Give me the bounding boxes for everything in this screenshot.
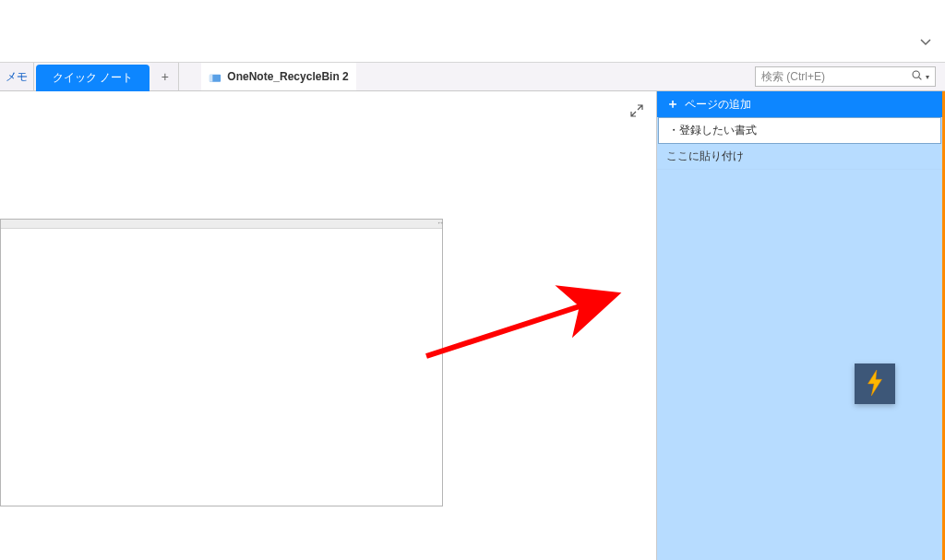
note-container[interactable]: ↔ xyxy=(0,219,443,506)
svg-line-4 xyxy=(426,296,611,356)
chevron-down-icon[interactable] xyxy=(919,37,932,50)
lightning-icon xyxy=(864,370,886,399)
svg-line-3 xyxy=(919,77,922,80)
note-container-header[interactable]: ↔ xyxy=(1,220,442,229)
tab-label: クイック ノート xyxy=(53,70,133,86)
svg-point-2 xyxy=(913,71,919,77)
resize-handle-icon[interactable]: ↔ xyxy=(437,219,443,227)
annotation-arrow-icon xyxy=(417,282,639,375)
search-input[interactable]: 検索 (Ctrl+E) ▾ xyxy=(755,66,936,87)
search-dropdown-icon[interactable]: ▾ xyxy=(926,73,929,81)
tab-add-button[interactable]: + xyxy=(151,63,179,90)
add-page-button[interactable]: ＋ ページの追加 xyxy=(657,91,942,117)
tab-memo[interactable]: メモ xyxy=(0,63,34,90)
lightning-button[interactable] xyxy=(855,363,895,404)
tab-label: メモ xyxy=(6,69,28,85)
tab-quick-notes[interactable]: クイック ノート xyxy=(36,65,150,91)
plus-icon: ＋ xyxy=(666,96,679,113)
section-tab-bar: メモ クイック ノート + OneNote_RecycleBin 2 検索 (C… xyxy=(0,63,945,91)
plus-icon: + xyxy=(161,69,169,84)
add-page-label: ページの追加 xyxy=(685,97,751,113)
note-canvas[interactable]: ↔ xyxy=(0,91,657,560)
page-item-label: ここに貼り付け xyxy=(666,149,744,162)
notebook-label: OneNote_RecycleBin 2 xyxy=(227,70,348,83)
page-list-panel: ＋ ページの追加 ・登録したい書式 ここに貼り付け xyxy=(657,91,945,560)
page-list-item[interactable]: ここに貼り付け xyxy=(657,144,942,170)
notebook-icon xyxy=(209,72,221,81)
notebook-title[interactable]: OneNote_RecycleBin 2 xyxy=(201,63,355,90)
search-placeholder: 検索 (Ctrl+E) xyxy=(761,69,911,85)
main-content: ↔ ＋ ページの追加 ・登録したい書式 ここに貼り付け xyxy=(0,91,945,560)
expand-icon[interactable] xyxy=(630,104,643,120)
svg-rect-1 xyxy=(209,74,213,81)
search-icon xyxy=(911,69,923,84)
page-item-label: ・登録したい書式 xyxy=(668,124,757,137)
page-list-item[interactable]: ・登録したい書式 xyxy=(658,117,941,144)
top-editor-area xyxy=(0,0,945,63)
